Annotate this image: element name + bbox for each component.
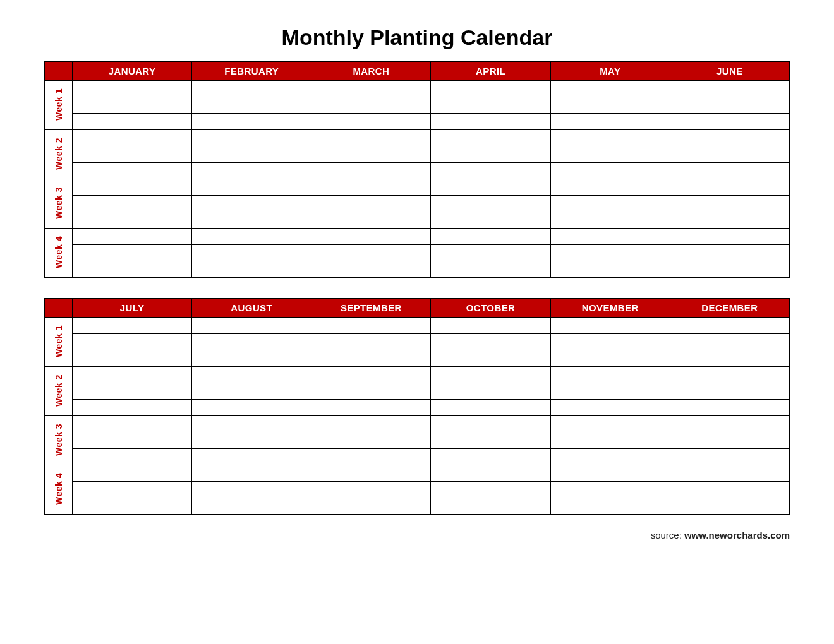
month-header: DECEMBER bbox=[670, 299, 789, 318]
cell bbox=[311, 261, 431, 278]
cell bbox=[670, 334, 789, 350]
cell bbox=[311, 400, 431, 416]
cell bbox=[670, 163, 789, 179]
cell bbox=[550, 245, 670, 261]
table-row bbox=[45, 97, 790, 114]
cell bbox=[192, 146, 311, 163]
table-row bbox=[45, 146, 790, 163]
cell bbox=[431, 465, 550, 482]
cell bbox=[670, 482, 789, 498]
cell bbox=[311, 350, 431, 367]
cell bbox=[550, 229, 670, 245]
cell bbox=[550, 416, 670, 432]
cell bbox=[73, 114, 192, 130]
month-header: APRIL bbox=[431, 62, 550, 81]
cell bbox=[192, 350, 311, 367]
cell bbox=[431, 367, 550, 383]
cell bbox=[73, 179, 192, 196]
cell bbox=[73, 432, 192, 449]
table-row: Week 2 bbox=[45, 130, 790, 146]
table-row: Week 3 bbox=[45, 179, 790, 196]
month-header: AUGUST bbox=[192, 299, 311, 318]
cell bbox=[550, 114, 670, 130]
cell bbox=[73, 163, 192, 179]
cell bbox=[670, 196, 789, 212]
cell bbox=[311, 179, 431, 196]
cell bbox=[431, 196, 550, 212]
table-row: Week 2 bbox=[45, 367, 790, 383]
source-url: www.neworchards.com bbox=[684, 530, 790, 540]
cell bbox=[670, 229, 789, 245]
cell bbox=[550, 212, 670, 229]
document-page: Monthly Planting Calendar JANUARY FEBRUA… bbox=[0, 0, 834, 553]
cell bbox=[550, 432, 670, 449]
cell bbox=[431, 212, 550, 229]
cell bbox=[192, 334, 311, 350]
cell bbox=[311, 212, 431, 229]
cell bbox=[192, 163, 311, 179]
cell bbox=[431, 482, 550, 498]
cell bbox=[73, 465, 192, 482]
table-row bbox=[45, 383, 790, 400]
cell bbox=[311, 482, 431, 498]
table-row bbox=[45, 400, 790, 416]
header-corner bbox=[45, 62, 73, 81]
cell bbox=[192, 318, 311, 334]
week-header: Week 3 bbox=[45, 179, 73, 229]
cell bbox=[550, 146, 670, 163]
month-header: MAY bbox=[550, 62, 670, 81]
cell bbox=[431, 130, 550, 146]
cell bbox=[311, 130, 431, 146]
cell bbox=[311, 245, 431, 261]
cell bbox=[670, 97, 789, 114]
month-header: OCTOBER bbox=[431, 299, 550, 318]
table-row bbox=[45, 432, 790, 449]
cell bbox=[311, 367, 431, 383]
cell bbox=[73, 482, 192, 498]
table-row: Week 1 bbox=[45, 318, 790, 334]
week-header: Week 2 bbox=[45, 130, 73, 179]
cell bbox=[311, 114, 431, 130]
cell bbox=[550, 400, 670, 416]
cell bbox=[192, 245, 311, 261]
cell bbox=[73, 350, 192, 367]
cell bbox=[550, 196, 670, 212]
cell bbox=[550, 318, 670, 334]
cell bbox=[73, 400, 192, 416]
cell bbox=[670, 179, 789, 196]
cell bbox=[192, 130, 311, 146]
cell bbox=[431, 318, 550, 334]
cell bbox=[192, 465, 311, 482]
cell bbox=[192, 400, 311, 416]
cell bbox=[550, 179, 670, 196]
cell bbox=[670, 146, 789, 163]
cell bbox=[311, 498, 431, 515]
month-header: SEPTEMBER bbox=[311, 299, 431, 318]
table-row bbox=[45, 114, 790, 130]
table-row: Week 4 bbox=[45, 229, 790, 245]
cell bbox=[431, 114, 550, 130]
cell bbox=[192, 97, 311, 114]
cell bbox=[311, 449, 431, 465]
cell bbox=[311, 318, 431, 334]
cell bbox=[431, 245, 550, 261]
source-label: source: bbox=[651, 530, 684, 540]
cell bbox=[431, 432, 550, 449]
cell bbox=[431, 498, 550, 515]
cell bbox=[670, 367, 789, 383]
week-header: Week 2 bbox=[45, 367, 73, 416]
cell bbox=[311, 383, 431, 400]
cell bbox=[431, 261, 550, 278]
cell bbox=[311, 334, 431, 350]
cell bbox=[431, 350, 550, 367]
cell bbox=[73, 130, 192, 146]
cell bbox=[73, 367, 192, 383]
cell bbox=[550, 97, 670, 114]
month-header: JANUARY bbox=[73, 62, 192, 81]
cell bbox=[670, 498, 789, 515]
cell bbox=[192, 196, 311, 212]
week-header: Week 3 bbox=[45, 416, 73, 465]
cell bbox=[670, 81, 789, 97]
header-row: JANUARY FEBRUARY MARCH APRIL MAY JUNE bbox=[45, 62, 790, 81]
cell bbox=[670, 350, 789, 367]
